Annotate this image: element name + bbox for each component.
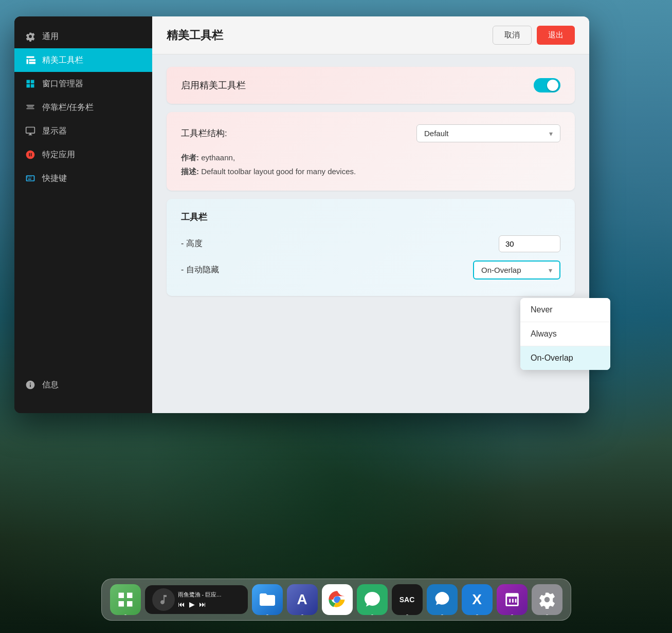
sidebar-item-apps-label: 特定应用 bbox=[42, 150, 75, 160]
enable-toggle[interactable] bbox=[534, 78, 560, 92]
header: 精美工具栏 取消 退出 bbox=[152, 16, 589, 54]
dock-item-wechat[interactable] bbox=[357, 584, 388, 615]
toolbar-icon bbox=[25, 54, 36, 66]
sidebar-item-info[interactable]: 信息 bbox=[14, 373, 152, 397]
sidebar-item-toolbar-label: 精美工具栏 bbox=[42, 55, 83, 66]
dock-dot bbox=[476, 615, 478, 615]
dock-item-settings[interactable] bbox=[532, 584, 562, 615]
dock-dot bbox=[124, 615, 126, 615]
height-input[interactable] bbox=[499, 235, 560, 252]
dock-item-xcode[interactable]: X bbox=[462, 584, 493, 615]
dock: 雨鱼鹭渔 - 巨应... ⏮ ▶ ⏭ A bbox=[101, 579, 571, 621]
window-icon bbox=[25, 78, 36, 89]
desc-value: Default toolbar layout good for many dev… bbox=[201, 167, 356, 176]
dock-item-hypercal[interactable] bbox=[497, 584, 528, 615]
font-icon: A bbox=[297, 591, 307, 608]
dock-dot bbox=[441, 615, 443, 615]
sidebar-item-general-label: 通用 bbox=[42, 31, 59, 42]
autohide-dropdown-menu: Never Always On-Overlap bbox=[520, 298, 610, 370]
toolbar-section: 工具栏 - 高度 - 自动隐藏 On-Overlap bbox=[167, 199, 575, 296]
dock-item-music[interactable]: 雨鱼鹭渔 - 巨应... ⏮ ▶ ⏭ bbox=[145, 585, 248, 614]
sidebar-item-toolbar[interactable]: 精美工具栏 bbox=[14, 48, 152, 72]
sac-icon: SAC bbox=[399, 595, 415, 604]
apps-icon bbox=[25, 149, 36, 160]
sidebar-bottom: 信息 bbox=[14, 373, 152, 405]
chevron-down-icon bbox=[549, 266, 552, 274]
sidebar-item-dock[interactable]: 停靠栏/任务栏 bbox=[14, 96, 152, 119]
cancel-button[interactable]: 取消 bbox=[493, 26, 532, 45]
prev-icon[interactable]: ⏮ bbox=[178, 600, 185, 608]
sidebar-item-info-label: 信息 bbox=[42, 380, 59, 390]
dock-item-grid[interactable] bbox=[110, 584, 141, 615]
settings-window: 通用 精美工具栏 窗口管理器 停靠栏/任 bbox=[14, 16, 589, 413]
page-title: 精美工具栏 bbox=[167, 28, 223, 43]
dock-dot bbox=[336, 615, 338, 615]
desc-row: 描述: Default toolbar layout good for many… bbox=[181, 164, 560, 178]
structure-meta: 作者: eythaann, 描述: Default toolbar layout… bbox=[181, 151, 560, 178]
dock-icon bbox=[25, 102, 36, 113]
structure-dropdown[interactable]: Default bbox=[416, 124, 560, 142]
dropdown-option-on-overlap[interactable]: On-Overlap bbox=[520, 346, 610, 370]
dock-dot bbox=[406, 615, 408, 615]
dock-dot bbox=[266, 615, 268, 615]
sidebar-item-window-label: 窗口管理器 bbox=[42, 79, 83, 89]
next-icon[interactable]: ⏭ bbox=[199, 600, 206, 608]
autohide-dropdown[interactable]: On-Overlap bbox=[473, 260, 560, 280]
enable-section: 启用精美工具栏 bbox=[167, 67, 575, 104]
toolbar-title: 工具栏 bbox=[181, 211, 560, 223]
dock-item-finder[interactable] bbox=[252, 584, 283, 615]
height-label: - 高度 bbox=[181, 238, 203, 249]
sidebar-item-display-label: 显示器 bbox=[42, 126, 67, 137]
sidebar-item-display[interactable]: 显示器 bbox=[14, 119, 152, 143]
dock-item-chrome[interactable] bbox=[322, 584, 353, 615]
author-value: eythaann, bbox=[201, 153, 235, 162]
dock-item-qq[interactable] bbox=[427, 584, 458, 615]
shortcut-icon bbox=[25, 173, 36, 184]
dock-dot bbox=[301, 615, 303, 615]
desc-label: 描述: bbox=[181, 167, 199, 176]
sidebar-item-apps[interactable]: 特定应用 bbox=[14, 143, 152, 166]
sidebar-item-shortcuts-label: 快捷键 bbox=[42, 173, 67, 184]
dock-dot bbox=[511, 615, 513, 615]
structure-section: 工具栏结构: Default 作者: eythaann, 描述: Default… bbox=[167, 112, 575, 191]
structure-label: 工具栏结构: bbox=[181, 127, 227, 139]
play-icon[interactable]: ▶ bbox=[189, 600, 195, 608]
dropdown-option-always[interactable]: Always bbox=[520, 322, 610, 346]
dock-item-font[interactable]: A bbox=[287, 584, 318, 615]
media-controls[interactable]: ⏮ ▶ ⏭ bbox=[178, 600, 238, 608]
dock-item-sac[interactable]: SAC bbox=[392, 584, 423, 615]
height-row: - 高度 bbox=[181, 231, 560, 256]
author-label: 作者: bbox=[181, 153, 199, 162]
gear-icon bbox=[25, 31, 36, 42]
sidebar-item-shortcuts[interactable]: 快捷键 bbox=[14, 166, 152, 190]
info-icon bbox=[25, 379, 36, 390]
dock-dot bbox=[546, 615, 548, 615]
media-title: 雨鱼鹭渔 - 巨应... bbox=[178, 591, 238, 599]
author-row: 作者: eythaann, bbox=[181, 151, 560, 164]
dropdown-option-never[interactable]: Never bbox=[520, 298, 610, 322]
music-album-art bbox=[152, 588, 175, 611]
display-icon bbox=[25, 125, 36, 137]
dock-dot bbox=[371, 615, 373, 615]
x-icon: X bbox=[472, 591, 482, 608]
chevron-down-icon bbox=[549, 129, 553, 138]
header-actions: 取消 退出 bbox=[493, 26, 575, 45]
media-info: 雨鱼鹭渔 - 巨应... ⏮ ▶ ⏭ bbox=[178, 591, 238, 608]
sidebar-item-dock-label: 停靠栏/任务栏 bbox=[42, 102, 94, 113]
autohide-value: On-Overlap bbox=[481, 266, 521, 274]
structure-value: Default bbox=[424, 129, 449, 138]
enable-label: 启用精美工具栏 bbox=[181, 79, 246, 91]
exit-button[interactable]: 退出 bbox=[537, 26, 575, 45]
sidebar: 通用 精美工具栏 窗口管理器 停靠栏/任 bbox=[14, 16, 152, 413]
autohide-label: - 自动隐藏 bbox=[181, 265, 219, 275]
sidebar-item-general[interactable]: 通用 bbox=[14, 25, 152, 48]
structure-row: 工具栏结构: Default bbox=[181, 124, 560, 142]
autohide-row: - 自动隐藏 On-Overlap bbox=[181, 256, 560, 284]
sidebar-item-window[interactable]: 窗口管理器 bbox=[14, 72, 152, 96]
